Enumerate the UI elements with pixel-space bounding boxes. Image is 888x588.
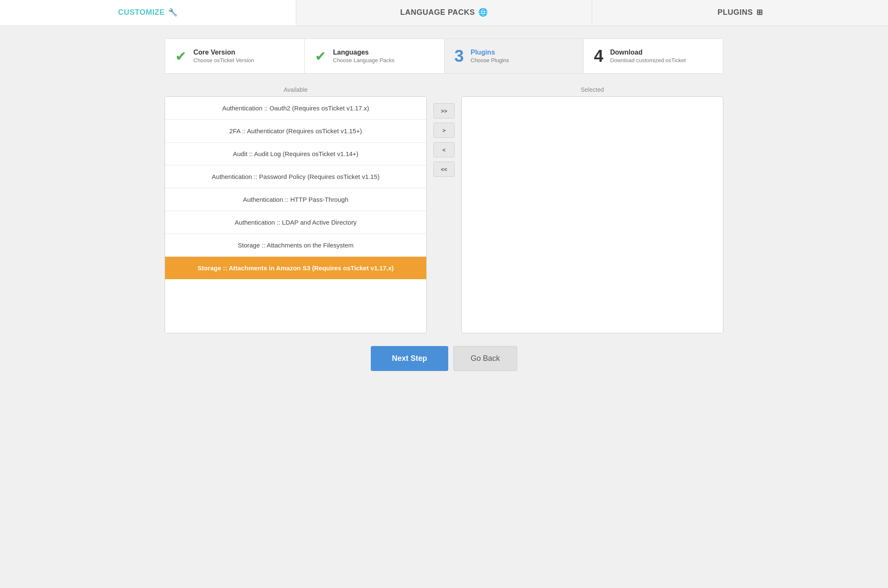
top-nav-tab-language-packs[interactable]: LANGUAGE PACKS🌐 — [296, 0, 593, 25]
tab-icon-plugins: ⊞ — [756, 8, 763, 16]
selected-column: Selected — [461, 86, 723, 333]
tab-label-plugins: PLUGINS — [717, 8, 753, 16]
available-list-item[interactable]: 2FA :: Authenticator (Requires osTicket … — [165, 120, 426, 143]
step-number-download: 4 — [594, 47, 603, 66]
steps-wizard: ✔ Core Version Choose osTicket Version ✔… — [165, 38, 723, 74]
remove-button[interactable]: < — [433, 142, 455, 157]
transfer-buttons-container: >> > < << — [427, 103, 461, 177]
available-label: Available — [165, 86, 427, 93]
step-subtitle-languages: Choose Language Packs — [333, 57, 394, 63]
next-step-button[interactable]: Next Step — [371, 346, 448, 371]
selection-wrapper: Available Authentication :: Oauth2 (Requ… — [165, 86, 723, 333]
add-button[interactable]: > — [433, 123, 455, 138]
available-column: Available Authentication :: Oauth2 (Requ… — [165, 86, 427, 333]
top-navigation: CUSTOMIZE🔧LANGUAGE PACKS🌐PLUGINS⊞ — [0, 0, 888, 26]
bottom-actions: Next Step Go Back — [165, 346, 723, 371]
available-list-item[interactable]: Authentication :: LDAP and Active Direct… — [165, 211, 426, 234]
step-check-icon-core-version: ✔ — [175, 48, 187, 64]
available-list-item[interactable]: Authentication :: HTTP Pass-Through — [165, 188, 426, 211]
wizard-step-download: 4 Download Download customized osTicket — [584, 39, 723, 73]
step-subtitle-core-version: Choose osTicket Version — [193, 57, 254, 63]
available-list: Authentication :: Oauth2 (Requires osTic… — [165, 96, 427, 333]
step-subtitle-plugins: Choose Plugins — [471, 57, 509, 63]
available-list-item[interactable]: Storage :: Attachments in Amazon S3 (Req… — [165, 257, 426, 279]
available-list-item[interactable]: Storage :: Attachments on the Filesystem — [165, 234, 426, 257]
wizard-step-languages: ✔ Languages Choose Language Packs — [305, 39, 444, 73]
step-title-core-version: Core Version — [193, 49, 254, 56]
available-list-item[interactable]: Authentication :: Oauth2 (Requires osTic… — [165, 97, 426, 120]
tab-icon-language-packs: 🌐 — [478, 8, 488, 16]
tab-icon-customize: 🔧 — [168, 8, 178, 16]
top-nav-tab-plugins[interactable]: PLUGINS⊞ — [592, 0, 888, 25]
add-all-button[interactable]: >> — [433, 103, 455, 118]
step-info-languages: Languages Choose Language Packs — [333, 49, 394, 63]
tab-label-customize: CUSTOMIZE — [118, 8, 165, 16]
tab-label-language-packs: LANGUAGE PACKS — [400, 8, 475, 16]
step-title-languages: Languages — [333, 49, 394, 56]
step-check-icon-languages: ✔ — [315, 48, 326, 64]
step-info-download: Download Download customized osTicket — [610, 49, 686, 63]
top-nav-tab-customize[interactable]: CUSTOMIZE🔧 — [0, 0, 296, 25]
step-title-download: Download — [610, 49, 686, 56]
go-back-button[interactable]: Go Back — [453, 346, 517, 371]
wizard-step-plugins: 3 Plugins Choose Plugins — [444, 39, 584, 73]
step-number-plugins: 3 — [455, 47, 464, 66]
step-info-plugins: Plugins Choose Plugins — [471, 49, 509, 63]
available-list-item[interactable]: Authentication :: Password Policy (Requi… — [165, 165, 426, 188]
wizard-step-core-version: ✔ Core Version Choose osTicket Version — [165, 39, 305, 73]
step-title-plugins: Plugins — [471, 49, 509, 56]
selected-list — [461, 96, 723, 333]
remove-all-button[interactable]: << — [433, 162, 455, 177]
selected-label: Selected — [461, 86, 723, 93]
main-content: ✔ Core Version Choose osTicket Version ✔… — [148, 26, 740, 384]
available-list-item[interactable]: Audit :: Audit Log (Requires osTicket v1… — [165, 143, 426, 165]
step-subtitle-download: Download customized osTicket — [610, 57, 686, 63]
step-info-core-version: Core Version Choose osTicket Version — [193, 49, 254, 63]
